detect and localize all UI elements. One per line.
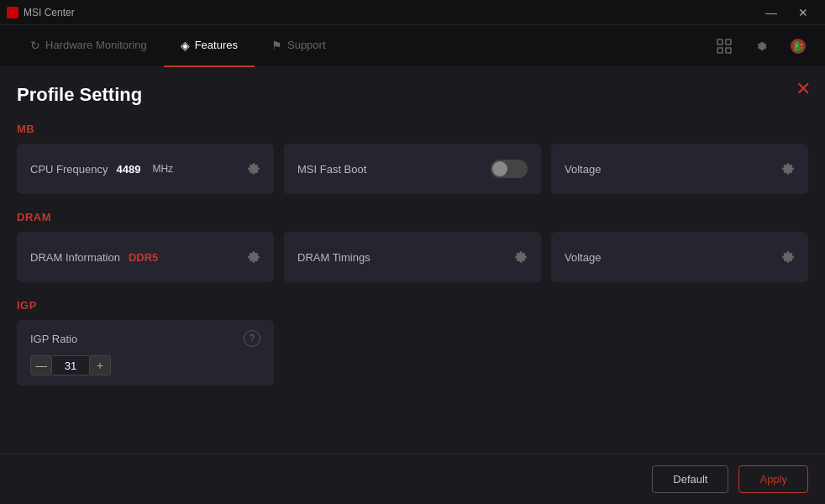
cpu-frequency-card: CPU Frequency 4489 MHz (17, 144, 274, 194)
voltage-mb-card: Voltage (551, 144, 808, 194)
dram-timings-label: DRAM Timings (297, 251, 370, 264)
support-icon: ⚑ (271, 39, 282, 52)
svg-rect-2 (717, 48, 723, 53)
bottom-bar: Default Apply (0, 454, 825, 504)
voltage-dram-gear-icon[interactable] (781, 250, 795, 264)
dragon-button[interactable]: 🐉 (785, 33, 812, 60)
dram-information-card: DRAM Information DDR5 (17, 232, 274, 282)
close-panel-button[interactable]: ✕ (790, 76, 817, 102)
msi-fast-boot-card: MSI Fast Boot (284, 144, 541, 194)
navbar: ↻ Hardware Monitoring ◈ Features ⚑ Suppo… (0, 25, 825, 67)
dram-information-gear-icon[interactable] (247, 250, 260, 264)
tab-features[interactable]: ◈ Features (164, 25, 255, 67)
tab-hardware-monitoring-label: Hardware Monitoring (45, 39, 147, 51)
dram-information-value: DDR5 (129, 251, 158, 264)
default-button[interactable]: Default (652, 465, 728, 493)
msi-fast-boot-toggle[interactable] (491, 160, 528, 178)
main-content: ✕ Profile Setting MB CPU Frequency 4489 … (0, 67, 825, 444)
cpu-frequency-unit: MHz (152, 163, 173, 175)
titlebar: MSI Center — ✕ (0, 0, 825, 25)
settings-icon (754, 39, 768, 53)
grid-icon (717, 39, 732, 54)
hardware-monitoring-icon: ↻ (30, 39, 40, 52)
cpu-frequency-gear-icon[interactable] (247, 162, 260, 176)
igp-ratio-label: IGP Ratio (30, 333, 77, 345)
igp-decrement-button[interactable]: — (30, 355, 52, 375)
toggle-knob (492, 161, 507, 176)
features-icon: ◈ (181, 39, 190, 52)
mb-cards-row: CPU Frequency 4489 MHz MSI Fast Boot Vol… (17, 144, 808, 194)
dram-timings-card: DRAM Timings (284, 232, 541, 282)
svg-text:🐉: 🐉 (792, 40, 804, 52)
dragon-icon: 🐉 (789, 37, 807, 55)
app-title: MSI Center (24, 7, 75, 18)
dram-timings-gear-icon[interactable] (514, 250, 528, 264)
dram-information-label: DRAM Information (30, 251, 120, 264)
nav-tabs: ↻ Hardware Monitoring ◈ Features ⚑ Suppo… (13, 25, 343, 67)
voltage-mb-gear-icon[interactable] (781, 162, 795, 176)
igp-value: 31 (52, 355, 89, 375)
msi-fast-boot-label: MSI Fast Boot (297, 163, 366, 176)
cpu-frequency-label: CPU Frequency (30, 163, 108, 176)
svg-rect-1 (726, 39, 731, 45)
settings-button[interactable] (748, 33, 775, 60)
igp-help-icon[interactable]: ? (244, 330, 260, 347)
cpu-frequency-value: 4489 (116, 163, 140, 176)
titlebar-close-button[interactable]: ✕ (788, 0, 818, 25)
voltage-dram-card: Voltage (551, 232, 808, 282)
voltage-dram-label: Voltage (565, 251, 601, 264)
tab-features-label: Features (195, 39, 238, 51)
igp-stepper: — 31 + (30, 355, 260, 375)
tab-support[interactable]: ⚑ Support (255, 25, 343, 67)
tab-support-label: Support (287, 39, 326, 51)
section-label-mb: MB (17, 123, 808, 135)
titlebar-left: MSI Center (7, 7, 75, 18)
section-label-dram: DRAM (17, 211, 808, 223)
igp-increment-button[interactable]: + (89, 355, 111, 375)
section-label-igp: IGP (17, 299, 808, 312)
voltage-mb-label: Voltage (565, 163, 601, 176)
nav-actions: 🐉 (711, 33, 812, 60)
app-icon (7, 7, 18, 18)
tab-hardware-monitoring[interactable]: ↻ Hardware Monitoring (13, 25, 164, 67)
svg-rect-3 (726, 48, 731, 53)
minimize-button[interactable]: — (756, 0, 786, 25)
titlebar-controls: — ✕ (756, 0, 818, 25)
svg-rect-0 (717, 39, 723, 45)
apply-button[interactable]: Apply (738, 465, 808, 493)
grid-view-button[interactable] (711, 33, 738, 60)
dram-cards-row: DRAM Information DDR5 DRAM Timings Volta… (17, 232, 808, 282)
page-title: Profile Setting (17, 84, 808, 106)
igp-card: IGP Ratio ? — 31 + (17, 320, 274, 386)
